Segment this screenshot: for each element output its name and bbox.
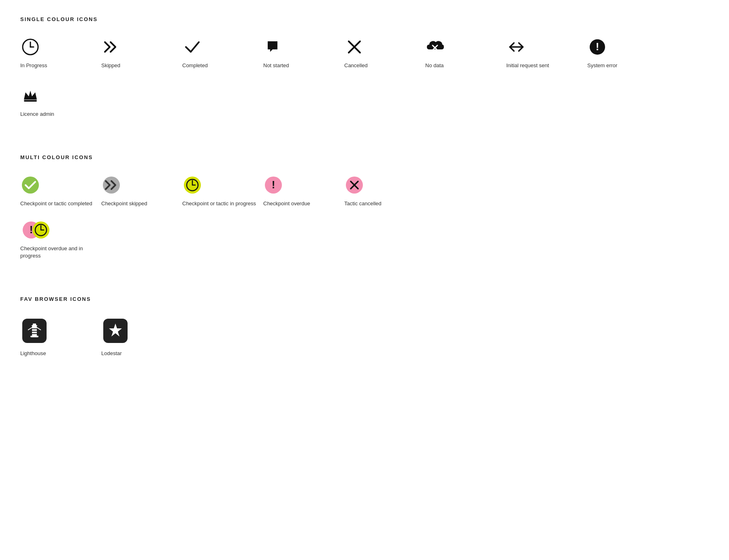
completed-icon-wrap — [182, 37, 202, 57]
icon-item-cancelled: Cancelled — [344, 37, 425, 69]
no-data-icon — [425, 38, 446, 56]
in-progress-icon — [21, 38, 39, 56]
fav-browser-section: FAV BROWSER ICONS — [20, 296, 709, 369]
skipped-label: Skipped — [101, 62, 120, 69]
multi-colour-title: MULTI COLOUR ICONS — [20, 154, 709, 160]
in-progress-icon-wrap — [20, 37, 40, 57]
icon-item-fav-lodestar: Lodestar — [101, 317, 182, 357]
icon-item-mc-in-progress: Checkpoint or tactic in progress — [182, 175, 263, 207]
svg-rect-36 — [32, 333, 37, 334]
icon-item-mc-overdue: ! Checkpoint overdue — [263, 175, 344, 207]
svg-rect-35 — [32, 331, 37, 332]
lodestar-svg — [107, 322, 124, 340]
svg-point-11 — [22, 177, 39, 194]
icon-item-not-started: Not started — [263, 37, 344, 69]
svg-marker-37 — [109, 324, 122, 336]
mc-skipped-icon — [102, 176, 120, 194]
system-error-icon-wrap: ! — [587, 37, 608, 57]
cancelled-icon — [345, 38, 363, 56]
mc-completed-icon — [21, 176, 39, 194]
licence-admin-label: Licence admin — [20, 111, 54, 118]
initial-request-icon — [507, 38, 525, 56]
mc-cancelled-icon-wrap — [344, 175, 364, 195]
cancelled-label: Cancelled — [344, 62, 368, 69]
svg-rect-33 — [30, 336, 38, 337]
mc-overdue-progress-icon-wrap: ! — [20, 220, 53, 240]
icon-item-skipped: Skipped — [101, 37, 182, 69]
mc-skipped-label: Checkpoint skipped — [101, 200, 147, 207]
mc-in-progress-icon-wrap — [182, 175, 202, 195]
mc-in-progress-icon — [183, 176, 201, 194]
lighthouse-svg — [26, 322, 43, 340]
cancelled-icon-wrap — [344, 37, 364, 57]
fav-browser-title: FAV BROWSER ICONS — [20, 296, 709, 302]
icon-item-initial-request: Initial request sent — [506, 37, 587, 69]
svg-point-12 — [103, 177, 120, 194]
multi-colour-section: MULTI COLOUR ICONS Checkpoint or tactic … — [20, 154, 709, 272]
fav-lodestar-label: Lodestar — [101, 350, 122, 357]
icon-item-system-error: ! System error — [587, 37, 668, 69]
skipped-icon — [102, 38, 120, 56]
not-started-icon — [264, 38, 282, 56]
system-error-label: System error — [587, 62, 617, 69]
mc-overdue-label: Checkpoint overdue — [263, 200, 310, 207]
multi-colour-grid-row2: ! Checkpoint overdue and in progress — [20, 220, 709, 272]
icon-item-mc-cancelled: Tactic cancelled — [344, 175, 425, 207]
skipped-icon-wrap — [101, 37, 122, 57]
in-progress-label: In Progress — [20, 62, 47, 69]
svg-text:!: ! — [596, 40, 599, 53]
mc-overdue-progress-label: Checkpoint overdue and in progress — [20, 245, 101, 260]
fav-lodestar-icon — [103, 319, 128, 343]
fav-lighthouse-icon-wrap — [20, 317, 49, 345]
fav-lighthouse-icon — [22, 319, 47, 343]
fav-browser-grid: Lighthouse Lodestar — [20, 317, 709, 369]
completed-label: Completed — [182, 62, 208, 69]
mc-overdue-icon: ! — [264, 176, 282, 194]
mc-overdue-progress-clock-icon — [32, 221, 50, 239]
icon-item-licence-admin: Licence admin — [20, 85, 101, 118]
icon-item-no-data: No data — [425, 37, 506, 69]
mc-overdue-icon-wrap: ! — [263, 175, 284, 195]
mc-skipped-icon-wrap — [101, 175, 122, 195]
icon-item-mc-completed: Checkpoint or tactic completed — [20, 175, 101, 207]
initial-request-label: Initial request sent — [506, 62, 549, 69]
single-colour-section: SINGLE COLOUR ICONS In Progress Skipped — [20, 16, 709, 130]
initial-request-icon-wrap — [506, 37, 526, 57]
icon-item-fav-lighthouse: Lighthouse — [20, 317, 101, 357]
icon-item-in-progress: In Progress — [20, 37, 101, 69]
mc-completed-label: Checkpoint or tactic completed — [20, 200, 92, 207]
no-data-icon-wrap — [425, 37, 446, 57]
system-error-icon: ! — [588, 38, 606, 56]
licence-admin-icon-wrap — [20, 85, 40, 106]
not-started-icon-wrap — [263, 37, 284, 57]
licence-admin-icon — [21, 87, 39, 104]
no-data-label: No data — [425, 62, 444, 69]
icon-item-mc-overdue-progress: ! Checkpoint overdue and in progress — [20, 220, 101, 260]
single-colour-title: SINGLE COLOUR ICONS — [20, 16, 709, 22]
multi-colour-grid: Checkpoint or tactic completed Checkpoin… — [20, 175, 709, 219]
svg-marker-29 — [31, 324, 38, 326]
fav-lodestar-icon-wrap — [101, 317, 130, 345]
svg-text:!: ! — [272, 179, 275, 191]
mc-cancelled-label: Tactic cancelled — [344, 200, 382, 207]
svg-rect-10 — [24, 100, 37, 102]
mc-cancelled-icon — [345, 176, 363, 194]
single-colour-grid: In Progress Skipped Completed — [20, 37, 709, 130]
icon-item-mc-skipped: Checkpoint skipped — [101, 175, 182, 207]
svg-rect-34 — [32, 328, 37, 329]
mc-completed-icon-wrap — [20, 175, 40, 195]
not-started-label: Not started — [263, 62, 289, 69]
icon-item-completed: Completed — [182, 37, 263, 69]
completed-icon — [183, 38, 201, 56]
fav-lighthouse-label: Lighthouse — [20, 350, 46, 357]
mc-in-progress-label: Checkpoint or tactic in progress — [182, 200, 256, 207]
